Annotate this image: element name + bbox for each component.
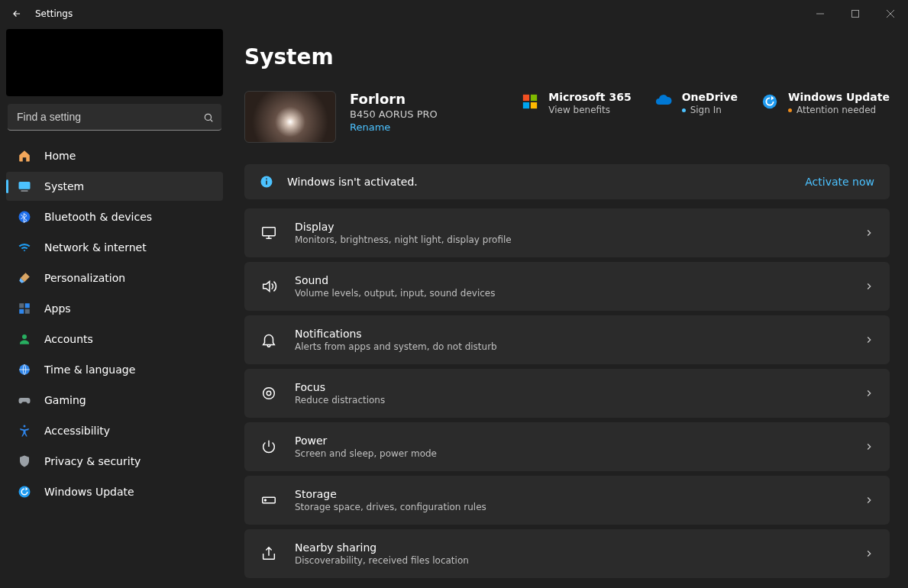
svg-point-25 [265,499,267,501]
svg-rect-14 [531,95,537,101]
sidebar-item-gaming[interactable]: Gaming [6,386,223,415]
svg-rect-3 [21,190,28,192]
person-icon [17,331,32,347]
search-wrap [8,104,221,131]
svg-rect-2 [19,182,31,189]
card-sound[interactable]: Sound Volume levels, output, input, soun… [244,262,890,311]
svg-rect-16 [531,102,537,108]
sidebar-item-label: System [44,180,84,192]
card-power[interactable]: Power Screen and sleep, power mode [244,422,890,471]
card-storage[interactable]: Storage Storage space, drives, configura… [244,476,890,525]
activation-banner: Windows isn't activated. Activate now [244,164,890,199]
status-group: Microsoft 365 View benefits OneDrive Sig… [521,91,890,115]
svg-point-11 [24,425,26,428]
update-icon [761,92,779,111]
card-display[interactable]: Display Monitors, brightness, night ligh… [244,208,890,257]
status-m365[interactable]: Microsoft 365 View benefits [521,91,631,115]
m365-icon [521,92,539,111]
system-header: Forlorn B450 AORUS PRO Rename Microsoft … [244,91,890,143]
sidebar-item-bluetooth[interactable]: Bluetooth & devices [6,202,223,231]
sidebar-item-label: Time & language [44,363,135,376]
search-input[interactable] [8,104,221,131]
svg-rect-8 [25,309,30,314]
apps-icon [17,301,32,316]
card-title: Storage [295,488,486,500]
sidebar-item-privacy[interactable]: Privacy & security [6,447,223,476]
activate-link[interactable]: Activate now [805,176,874,188]
svg-point-12 [19,486,31,498]
svg-rect-15 [523,102,529,108]
title-bar: Settings [0,0,908,27]
chevron-right-icon [864,548,874,559]
banner-message: Windows isn't activated. [287,176,418,188]
home-icon [17,148,32,163]
svg-point-9 [22,334,27,339]
pc-info: Forlorn B450 AORUS PRO Rename [350,91,438,133]
card-title: Notifications [295,328,497,340]
status-onedrive[interactable]: OneDrive Sign In [654,91,738,115]
share-icon [260,544,278,563]
card-focus[interactable]: Focus Reduce distractions [244,369,890,418]
window-controls [803,0,908,27]
shield-icon [17,454,32,469]
sidebar-item-system[interactable]: System [6,172,223,201]
pc-thumbnail [244,91,336,143]
svg-point-23 [267,391,271,396]
nav: Home System Bluetooth & devices Network … [6,141,223,506]
card-notifications[interactable]: Notifications Alerts from apps and syste… [244,315,890,364]
chevron-right-icon [864,495,874,506]
brush-icon [17,270,32,286]
svg-rect-6 [25,303,30,308]
update-icon [17,484,32,499]
card-title: Power [295,435,437,447]
card-title: Sound [295,274,495,286]
status-title: Windows Update [788,91,890,103]
dot-icon [682,108,686,112]
user-area [6,29,223,96]
sidebar-item-label: Accounts [44,333,93,345]
svg-point-1 [205,114,211,120]
sidebar-item-update[interactable]: Windows Update [6,477,223,506]
sidebar-item-home[interactable]: Home [6,141,223,170]
svg-point-4 [19,212,31,223]
bell-icon [260,331,278,349]
card-sub: Alerts from apps and system, do not dist… [295,341,497,352]
sidebar-item-apps[interactable]: Apps [6,294,223,323]
sidebar-item-label: Bluetooth & devices [44,211,152,223]
back-button[interactable] [9,8,24,19]
sidebar-item-accounts[interactable]: Accounts [6,325,223,354]
sidebar-item-label: Windows Update [44,486,134,498]
sidebar-item-label: Accessibility [44,425,110,437]
minimize-button[interactable] [803,0,838,27]
bluetooth-icon [17,209,32,225]
gamepad-icon [17,393,32,408]
sidebar-item-accessibility[interactable]: Accessibility [6,416,223,445]
svg-rect-0 [852,11,859,18]
dot-icon [788,108,792,112]
card-title: Focus [295,381,385,393]
onedrive-icon [654,92,673,111]
sidebar-item-label: Apps [44,302,71,315]
search-icon [203,112,214,123]
sidebar-item-label: Home [44,150,76,162]
sidebar-item-network[interactable]: Network & internet [6,233,223,262]
svg-rect-19 [266,181,267,185]
close-button[interactable] [873,0,908,27]
rename-link[interactable]: Rename [350,121,438,133]
status-sub: Attention needed [797,105,876,115]
svg-rect-13 [523,95,529,101]
card-title: Nearby sharing [295,541,469,554]
status-update[interactable]: Windows Update Attention needed [761,91,890,115]
sidebar-item-personalization[interactable]: Personalization [6,263,223,292]
chevron-right-icon [864,334,874,345]
focus-icon [260,384,278,402]
card-nearby[interactable]: Nearby sharing Discoverability, received… [244,529,890,578]
svg-rect-21 [263,228,276,236]
sidebar-item-label: Network & internet [44,241,147,254]
chevron-right-icon [864,281,874,292]
info-icon [260,175,273,189]
card-sub: Storage space, drives, configuration rul… [295,502,486,512]
maximize-button[interactable] [838,0,873,27]
sidebar-item-time[interactable]: Time & language [6,355,223,384]
chevron-right-icon [864,388,874,399]
